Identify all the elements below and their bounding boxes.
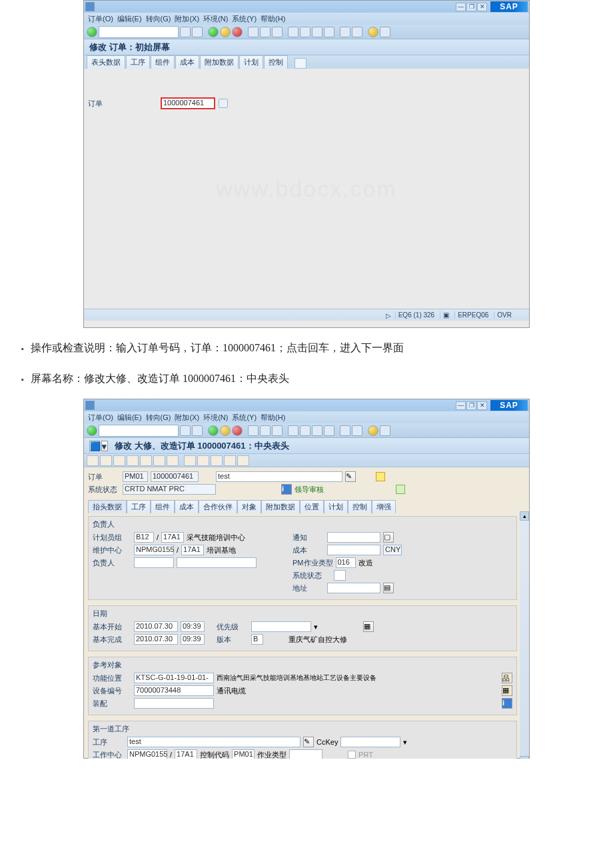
- gantt-icon[interactable]: [167, 455, 179, 466]
- cckey-input[interactable]: [340, 737, 400, 747]
- docs2-icon[interactable]: [140, 455, 152, 466]
- ctrlkey-input[interactable]: PM01: [232, 749, 255, 759]
- asm-info-icon[interactable]: i: [502, 698, 512, 709]
- shortcut-icon[interactable]: [352, 27, 362, 37]
- fl-input[interactable]: KTSC-G-01-19-01-01-: [134, 673, 214, 683]
- resp-input[interactable]: [134, 557, 174, 568]
- tab-attach[interactable]: 附加数据: [261, 500, 300, 513]
- menu-edit[interactable]: 编辑(E): [117, 14, 142, 24]
- close-button[interactable]: ✕: [477, 3, 487, 11]
- minimize-button[interactable]: —: [456, 401, 466, 410]
- docs-icon[interactable]: [127, 455, 139, 466]
- approval-flag-icon[interactable]: [87, 455, 99, 466]
- prio-input[interactable]: [251, 621, 311, 632]
- opwc-plant[interactable]: 17A1: [175, 749, 197, 759]
- help-icon[interactable]: [368, 425, 378, 436]
- note-icon[interactable]: [376, 472, 385, 481]
- menu-help[interactable]: 帮助(H): [261, 14, 285, 24]
- create-session-icon[interactable]: [340, 425, 350, 436]
- prio-drop-icon[interactable]: ▾: [314, 623, 318, 631]
- last-page-icon[interactable]: [324, 425, 334, 436]
- next-page-icon[interactable]: [312, 425, 322, 436]
- tab-operations[interactable]: 工序: [126, 55, 150, 69]
- addr-icon[interactable]: ▤: [383, 583, 394, 593]
- order-no[interactable]: 1000007461: [151, 471, 199, 482]
- layout-icon[interactable]: [380, 425, 390, 436]
- planner-group[interactable]: B12: [134, 532, 154, 543]
- menu-env[interactable]: 环境(N): [203, 14, 228, 24]
- eq-icon[interactable]: ▦: [502, 685, 512, 696]
- find-icon[interactable]: [260, 425, 271, 436]
- back-icon[interactable]: [180, 425, 191, 436]
- cckey-drop-icon[interactable]: ▾: [403, 738, 407, 747]
- planner-plant[interactable]: 17A1: [161, 532, 184, 543]
- menu-edit[interactable]: 编辑(E): [117, 413, 142, 423]
- schedule-icon[interactable]: ▦: [363, 621, 374, 632]
- first-page-icon[interactable]: [288, 27, 299, 37]
- maximize-button[interactable]: ❐: [466, 401, 476, 410]
- back-icon[interactable]: [180, 27, 191, 37]
- layout-icon[interactable]: [380, 27, 390, 37]
- ver-input[interactable]: B: [251, 634, 263, 645]
- approval-icon[interactable]: [295, 58, 306, 69]
- scroll-down-icon[interactable]: ▾: [520, 756, 529, 759]
- enter-icon[interactable]: [87, 425, 97, 436]
- tab-plan[interactable]: 计划: [324, 500, 348, 513]
- order-type[interactable]: PM01: [123, 471, 148, 482]
- bs-time[interactable]: 09:39: [181, 621, 205, 632]
- maximize-button[interactable]: ❐: [466, 3, 476, 11]
- sysstat2-input[interactable]: [334, 570, 346, 581]
- order-input[interactable]: 1000007461: [161, 98, 215, 109]
- where-used-icon[interactable]: [153, 455, 165, 466]
- obj-icon[interactable]: [237, 455, 249, 466]
- tab-ops[interactable]: 工序: [127, 500, 151, 513]
- save-icon[interactable]: [192, 27, 203, 37]
- first-page-icon[interactable]: [288, 425, 299, 436]
- tab-comp[interactable]: 组件: [151, 500, 175, 513]
- print-icon[interactable]: [248, 27, 259, 37]
- command-field[interactable]: [99, 26, 179, 38]
- tab-header-data[interactable]: 表头数据: [87, 55, 125, 69]
- prt-checkbox[interactable]: [348, 751, 356, 759]
- tab-planning[interactable]: 计划: [239, 55, 263, 69]
- approve-link[interactable]: 领导审核: [295, 485, 324, 495]
- cancel-icon[interactable]: [232, 425, 243, 436]
- asm-input[interactable]: [134, 698, 214, 709]
- shortcut-icon[interactable]: [352, 425, 362, 436]
- command-field[interactable]: [99, 425, 179, 437]
- menu-extra[interactable]: 附加(X): [175, 413, 199, 423]
- star-icon[interactable]: [184, 455, 196, 466]
- tab-enh[interactable]: 增强: [372, 500, 396, 513]
- tab-costs[interactable]: 成本: [175, 55, 199, 69]
- menu-sys[interactable]: 系统(Y): [232, 413, 257, 423]
- menu-goto[interactable]: 转向(G): [146, 413, 171, 423]
- next-page-icon[interactable]: [312, 27, 322, 37]
- acttype-code[interactable]: 016: [336, 557, 356, 568]
- menu-order[interactable]: 订单(O): [88, 14, 113, 24]
- gos-drop-icon[interactable]: ▾: [101, 441, 108, 451]
- addr-input[interactable]: [327, 583, 380, 593]
- notif-create-icon[interactable]: ▢: [383, 532, 394, 543]
- info-icon[interactable]: [113, 455, 125, 466]
- spreadsheet-icon[interactable]: [224, 455, 236, 466]
- findnext-icon[interactable]: [272, 425, 283, 436]
- menu-env[interactable]: 环境(N): [203, 413, 228, 423]
- prev-page-icon[interactable]: [300, 27, 310, 37]
- minimize-button[interactable]: —: [456, 3, 466, 11]
- order-desc-input[interactable]: test: [216, 471, 342, 482]
- tab-additional[interactable]: 附加数据: [200, 55, 239, 69]
- bs-date[interactable]: 2010.07.30: [134, 621, 178, 632]
- wc-plant[interactable]: 17A1: [181, 545, 204, 555]
- tree-icon[interactable]: [197, 455, 209, 466]
- eq-input[interactable]: 70000073448: [134, 685, 214, 696]
- tab-obj[interactable]: 对象: [237, 500, 261, 513]
- scroll-up-icon[interactable]: ▴: [520, 511, 529, 521]
- menu-order[interactable]: 订单(O): [88, 413, 113, 423]
- tab-loc[interactable]: 位置: [300, 500, 324, 513]
- exit-icon[interactable]: [220, 425, 231, 436]
- cal-icon[interactable]: [211, 455, 223, 466]
- close-button[interactable]: ✕: [477, 401, 487, 410]
- save-icon[interactable]: [192, 425, 203, 436]
- approval-icon[interactable]: [100, 455, 112, 466]
- help-icon[interactable]: [368, 27, 378, 37]
